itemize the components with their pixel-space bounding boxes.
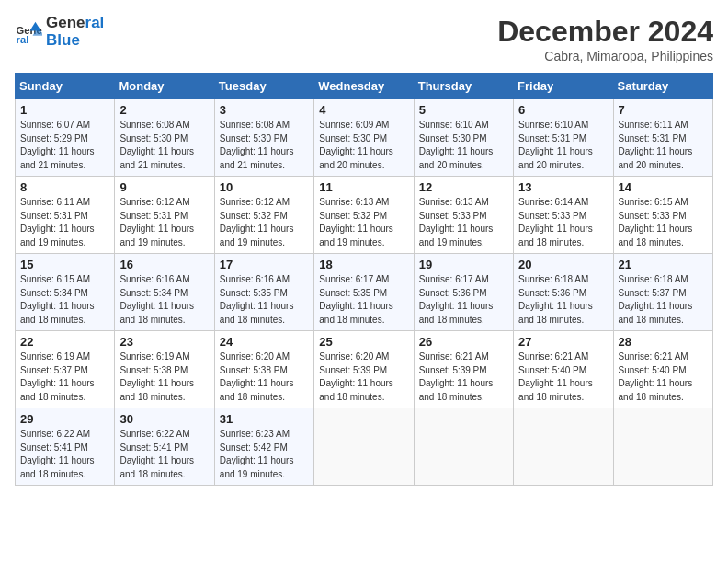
day-info: Sunrise: 6:15 AM Sunset: 5:33 PM Dayligh… [619,196,708,249]
day-cell-16: 16Sunrise: 6:16 AM Sunset: 5:34 PM Dayli… [115,254,214,331]
day-cell-19: 19Sunrise: 6:17 AM Sunset: 5:36 PM Dayli… [414,254,513,331]
day-info: Sunrise: 6:17 AM Sunset: 5:36 PM Dayligh… [419,273,508,327]
day-number: 25 [319,335,408,349]
logo-text-blue: Blue [46,32,104,50]
week-row-3: 15Sunrise: 6:15 AM Sunset: 5:34 PM Dayli… [16,254,713,331]
day-cell-18: 18Sunrise: 6:17 AM Sunset: 5:35 PM Dayli… [314,254,414,331]
day-number: 7 [619,103,708,117]
day-number: 3 [220,103,309,117]
day-number: 26 [419,335,508,349]
day-number: 9 [119,180,209,194]
title-block: December 2024 Cabra, Mimaropa, Philippin… [497,15,713,63]
day-cell-21: 21Sunrise: 6:18 AM Sunset: 5:37 PM Dayli… [613,254,712,331]
day-cell-20: 20Sunrise: 6:18 AM Sunset: 5:36 PM Dayli… [514,254,613,331]
day-cell-26: 26Sunrise: 6:21 AM Sunset: 5:39 PM Dayli… [414,331,513,408]
day-number: 28 [619,335,708,349]
day-number: 16 [119,258,209,271]
day-info: Sunrise: 6:13 AM Sunset: 5:32 PM Dayligh… [319,196,408,249]
day-cell-27: 27Sunrise: 6:21 AM Sunset: 5:40 PM Dayli… [514,331,613,408]
day-info: Sunrise: 6:08 AM Sunset: 5:30 PM Dayligh… [220,119,309,172]
col-header-monday: Monday [115,74,214,99]
day-number: 13 [518,180,608,194]
col-header-saturday: Saturday [613,74,712,99]
day-number: 18 [319,258,408,271]
day-number: 1 [20,103,109,117]
day-info: Sunrise: 6:21 AM Sunset: 5:40 PM Dayligh… [518,350,608,404]
calendar-table: SundayMondayTuesdayWednesdayThursdayFrid… [15,73,713,486]
day-number: 5 [419,103,508,117]
logo-text-general: General [46,15,104,32]
page-header: Gene ral General Blue December 2024 Cabr… [15,15,713,63]
day-info: Sunrise: 6:10 AM Sunset: 5:31 PM Dayligh… [518,119,608,172]
day-info: Sunrise: 6:22 AM Sunset: 5:41 PM Dayligh… [20,428,109,481]
calendar-header-row: SundayMondayTuesdayWednesdayThursdayFrid… [16,74,713,99]
day-number: 4 [319,103,408,117]
day-cell-5: 5Sunrise: 6:10 AM Sunset: 5:30 PM Daylig… [414,99,513,177]
col-header-sunday: Sunday [16,74,115,99]
day-number: 14 [619,180,708,194]
day-info: Sunrise: 6:20 AM Sunset: 5:38 PM Dayligh… [220,350,309,404]
empty-cell [514,408,613,486]
day-info: Sunrise: 6:16 AM Sunset: 5:35 PM Dayligh… [220,273,309,327]
day-info: Sunrise: 6:20 AM Sunset: 5:39 PM Dayligh… [319,350,408,404]
day-number: 24 [220,335,309,349]
day-number: 2 [119,103,209,117]
col-header-tuesday: Tuesday [214,74,313,99]
day-cell-10: 10Sunrise: 6:12 AM Sunset: 5:32 PM Dayli… [214,177,313,254]
day-info: Sunrise: 6:11 AM Sunset: 5:31 PM Dayligh… [619,119,708,172]
col-header-thursday: Thursday [414,74,513,99]
day-info: Sunrise: 6:12 AM Sunset: 5:32 PM Dayligh… [220,196,309,249]
day-cell-29: 29Sunrise: 6:22 AM Sunset: 5:41 PM Dayli… [16,408,115,486]
day-cell-6: 6Sunrise: 6:10 AM Sunset: 5:31 PM Daylig… [514,99,613,177]
empty-cell [314,408,414,486]
day-info: Sunrise: 6:14 AM Sunset: 5:33 PM Dayligh… [518,196,608,249]
day-info: Sunrise: 6:19 AM Sunset: 5:37 PM Dayligh… [20,350,109,404]
day-cell-8: 8Sunrise: 6:11 AM Sunset: 5:31 PM Daylig… [16,177,115,254]
day-number: 31 [220,412,309,426]
day-cell-1: 1Sunrise: 6:07 AM Sunset: 5:29 PM Daylig… [16,99,115,177]
day-cell-9: 9Sunrise: 6:12 AM Sunset: 5:31 PM Daylig… [115,177,214,254]
day-info: Sunrise: 6:11 AM Sunset: 5:31 PM Dayligh… [20,196,109,249]
day-info: Sunrise: 6:13 AM Sunset: 5:33 PM Dayligh… [419,196,508,249]
day-number: 29 [20,412,109,426]
logo: Gene ral General Blue [15,15,104,49]
day-info: Sunrise: 6:08 AM Sunset: 5:30 PM Dayligh… [119,119,209,172]
month-title: December 2024 [497,15,713,49]
empty-cell [613,408,712,486]
day-number: 30 [119,412,209,426]
day-cell-28: 28Sunrise: 6:21 AM Sunset: 5:40 PM Dayli… [613,331,712,408]
day-cell-3: 3Sunrise: 6:08 AM Sunset: 5:30 PM Daylig… [214,99,313,177]
day-number: 20 [518,258,608,271]
col-header-wednesday: Wednesday [314,74,414,99]
day-number: 6 [518,103,608,117]
col-header-friday: Friday [514,74,613,99]
day-cell-12: 12Sunrise: 6:13 AM Sunset: 5:33 PM Dayli… [414,177,513,254]
day-number: 12 [419,180,508,194]
day-number: 23 [119,335,209,349]
day-info: Sunrise: 6:07 AM Sunset: 5:29 PM Dayligh… [20,119,109,172]
day-cell-2: 2Sunrise: 6:08 AM Sunset: 5:30 PM Daylig… [115,99,214,177]
day-info: Sunrise: 6:18 AM Sunset: 5:36 PM Dayligh… [518,273,608,327]
empty-cell [414,408,513,486]
day-info: Sunrise: 6:10 AM Sunset: 5:30 PM Dayligh… [419,119,508,172]
day-info: Sunrise: 6:19 AM Sunset: 5:38 PM Dayligh… [119,350,209,404]
day-number: 8 [20,180,109,194]
day-info: Sunrise: 6:22 AM Sunset: 5:41 PM Dayligh… [119,428,209,481]
day-cell-7: 7Sunrise: 6:11 AM Sunset: 5:31 PM Daylig… [613,99,712,177]
day-cell-31: 31Sunrise: 6:23 AM Sunset: 5:42 PM Dayli… [214,408,313,486]
day-number: 10 [220,180,309,194]
day-cell-22: 22Sunrise: 6:19 AM Sunset: 5:37 PM Dayli… [16,331,115,408]
day-cell-23: 23Sunrise: 6:19 AM Sunset: 5:38 PM Dayli… [115,331,214,408]
day-number: 19 [419,258,508,271]
day-number: 11 [319,180,408,194]
week-row-5: 29Sunrise: 6:22 AM Sunset: 5:41 PM Dayli… [16,408,713,486]
day-info: Sunrise: 6:16 AM Sunset: 5:34 PM Dayligh… [119,273,209,327]
day-cell-13: 13Sunrise: 6:14 AM Sunset: 5:33 PM Dayli… [514,177,613,254]
day-info: Sunrise: 6:21 AM Sunset: 5:40 PM Dayligh… [619,350,708,404]
week-row-2: 8Sunrise: 6:11 AM Sunset: 5:31 PM Daylig… [16,177,713,254]
day-cell-17: 17Sunrise: 6:16 AM Sunset: 5:35 PM Dayli… [214,254,313,331]
day-info: Sunrise: 6:23 AM Sunset: 5:42 PM Dayligh… [220,428,309,481]
day-cell-11: 11Sunrise: 6:13 AM Sunset: 5:32 PM Dayli… [314,177,414,254]
day-number: 22 [20,335,109,349]
day-info: Sunrise: 6:21 AM Sunset: 5:39 PM Dayligh… [419,350,508,404]
